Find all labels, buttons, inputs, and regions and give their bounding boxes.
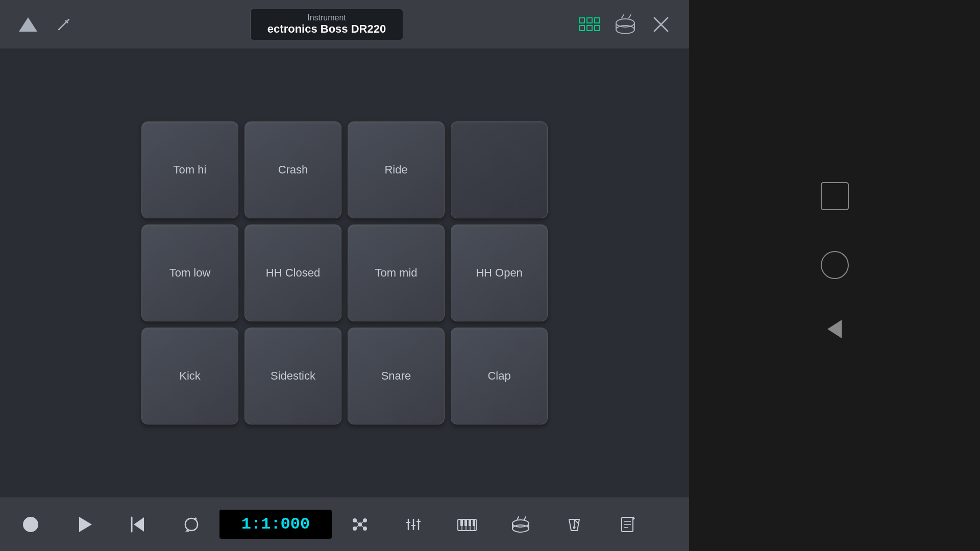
pad-hh-closed[interactable]: HH Closed [244,224,341,321]
pad-clap[interactable]: Clap [451,328,548,424]
close-button[interactable] [648,12,674,37]
edit-button[interactable] [51,12,77,37]
time-display[interactable]: 1:1:000 [219,510,332,539]
svg-rect-36 [464,519,467,526]
pad-hh-open[interactable]: HH Open [451,224,548,321]
instrument-label-box[interactable]: Instrument ectronics Boss DR220 [250,9,403,40]
up-arrow-button[interactable] [15,12,41,37]
svg-line-7 [622,15,624,18]
triangle-up-icon [19,17,37,32]
nodes-button[interactable] [334,503,385,546]
svg-marker-12 [134,517,144,532]
svg-rect-35 [460,519,463,526]
pad-sidestick[interactable]: Sidestick [244,328,341,424]
score-icon [619,515,637,534]
drum-toolbar-button[interactable] [495,503,546,546]
svg-line-47 [574,519,578,523]
play-button[interactable] [59,503,110,546]
svg-marker-53 [633,516,635,520]
svg-line-43 [517,517,519,520]
svg-point-48 [573,526,576,529]
svg-line-2 [59,29,60,30]
svg-line-44 [524,517,526,520]
score-button[interactable] [602,503,653,546]
metronome-icon [565,515,583,534]
grid-view-button[interactable] [577,12,602,37]
back-icon [827,320,842,338]
svg-line-1 [67,19,69,21]
mixer-button[interactable] [388,503,439,546]
bottom-toolbar: 1:1:000 [0,497,689,551]
phone-chrome-sidebar [689,0,980,551]
svg-point-42 [512,525,529,532]
drum-toolbar-icon [510,515,531,534]
nodes-icon [351,515,369,534]
phone-back-button[interactable] [827,320,842,338]
pad-tom-hi[interactable]: Tom hi [141,121,238,218]
phone-circle-button[interactable] [821,251,849,279]
pads-area: Tom hi Crash Ride Tom low HH Closed Tom … [0,48,689,497]
svg-line-21 [360,520,365,524]
instrument-name: ectronics Boss DR220 [266,22,387,36]
svg-rect-38 [473,519,475,526]
svg-line-22 [355,524,360,529]
mixer-icon [404,515,423,534]
main-area: Instrument ectronics Boss DR220 [0,0,689,551]
rewind-icon [129,515,147,534]
grid-icon [579,17,600,31]
svg-line-20 [355,520,360,524]
svg-line-23 [360,524,365,529]
phone-square-button[interactable] [821,182,849,210]
pad-tom-mid[interactable]: Tom mid [348,224,445,321]
pad-empty-1[interactable] [451,121,548,218]
loop-button[interactable] [166,503,217,546]
drum-button[interactable] [612,12,638,37]
pencil-icon [56,16,72,33]
header: Instrument ectronics Boss DR220 [0,0,689,48]
rewind-button[interactable] [112,503,163,546]
play-icon [79,517,92,532]
metronome-button[interactable] [549,503,600,546]
pad-snare[interactable]: Snare [348,328,445,424]
pads-grid: Tom hi Crash Ride Tom low HH Closed Tom … [141,121,548,424]
drum-icon [612,12,638,37]
close-icon [652,16,670,33]
pad-ride[interactable]: Ride [348,121,445,218]
instrument-title: Instrument [266,13,387,22]
svg-line-0 [60,21,67,29]
keyboard-icon [457,515,477,534]
pad-tom-low[interactable]: Tom low [141,224,238,321]
header-right [577,12,674,37]
record-icon [23,517,38,532]
svg-line-8 [629,15,631,18]
header-left [15,12,77,37]
pad-kick[interactable]: Kick [141,328,238,424]
pad-crash[interactable]: Crash [244,121,341,218]
keyboard-button[interactable] [442,503,493,546]
record-button[interactable] [5,503,56,546]
loop-icon [182,515,201,534]
svg-rect-37 [469,519,471,526]
